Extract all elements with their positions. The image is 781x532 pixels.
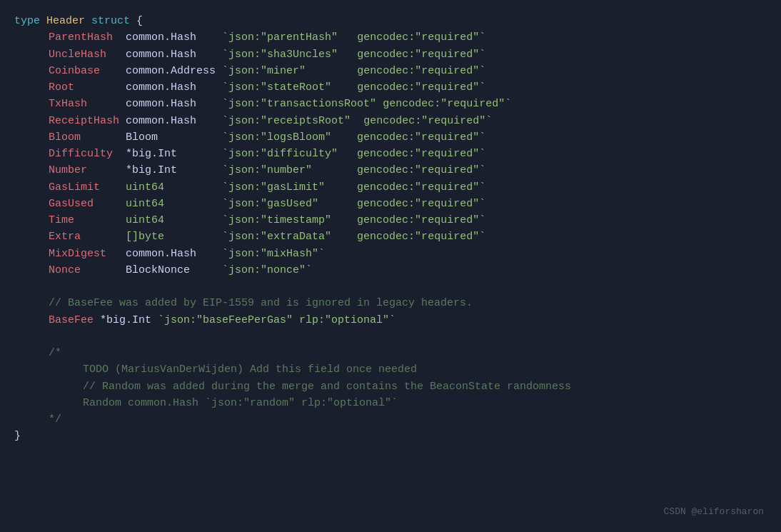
struct-name: Header (46, 13, 85, 29)
brace-open: { (136, 13, 143, 29)
field-txhash: TxHash common.Hash `json:"transactionsRo… (14, 96, 767, 112)
field-gasused: GasUsed uint64 `json:"gasUsed" gencodec:… (14, 196, 767, 212)
field-basefee: BaseFee *big.Int `json:"baseFeePerGas" r… (14, 312, 767, 328)
field-receipthash: ReceiptHash common.Hash `json:"receiptsR… (14, 113, 767, 129)
blank-line-1 (14, 278, 767, 295)
field-coinbase: Coinbase common.Address `json:"miner" ge… (14, 63, 767, 79)
field-parenthash: ParentHash common.Hash `json:"parentHash… (14, 29, 767, 46)
blank-line-2 (14, 328, 767, 345)
keyword-type: type (14, 13, 46, 29)
field-unclehash: UncleHash common.Hash `json:"sha3Uncles"… (14, 46, 767, 63)
field-time: Time uint64 `json:"timestamp" gencodec:"… (14, 212, 767, 229)
comment-basefee: // BaseFee was added by EIP-1559 and is … (14, 295, 767, 311)
comment-random: // Random was added during the merge and… (14, 378, 767, 395)
field-number: Number *big.Int `json:"number" gencodec:… (14, 162, 767, 179)
field-gaslimit: GasLimit uint64 `json:"gasLimit" gencode… (14, 179, 767, 196)
closing-brace: } (14, 428, 767, 444)
todo-line: TODO (MariusVanDerWijden) Add this field… (14, 361, 767, 378)
keyword-struct: struct (85, 13, 136, 29)
field-bloom: Bloom Bloom `json:"logsBloom" gencodec:"… (14, 129, 767, 146)
code-block: type Header struct { ParentHash common.H… (14, 7, 767, 451)
line-struct-open: type Header struct { (14, 13, 767, 29)
field-root: Root common.Hash `json:"stateRoot" genco… (14, 79, 767, 96)
field-mixdigest: MixDigest common.Hash `json:"mixHash"` (14, 246, 767, 262)
field-difficulty: Difficulty *big.Int `json:"difficulty" g… (14, 146, 767, 162)
field-extra: Extra []byte `json:"extraData" gencodec:… (14, 229, 767, 245)
block-comment-open: /* (14, 345, 767, 361)
watermark: CSDN @eliforsharon (664, 505, 764, 519)
block-comment-close: */ (14, 411, 767, 428)
field-random: Random common.Hash `json:"random" rlp:"o… (14, 395, 767, 411)
field-nonce: Nonce BlockNonce `json:"nonce"` (14, 262, 767, 278)
